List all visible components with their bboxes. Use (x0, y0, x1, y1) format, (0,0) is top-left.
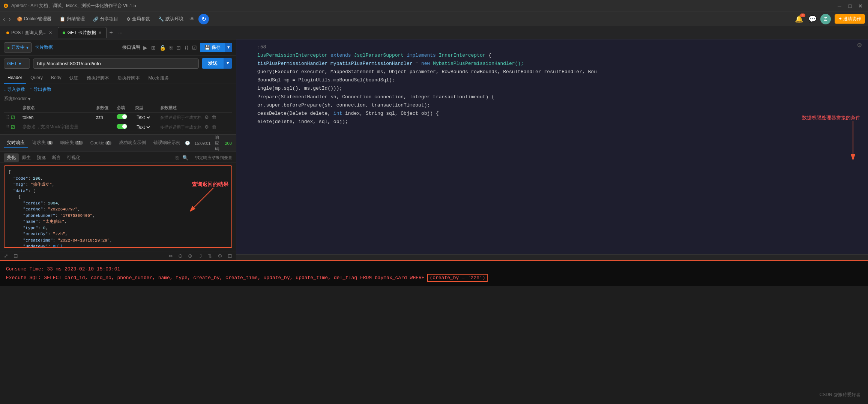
play-icon[interactable]: ▶ (143, 45, 147, 51)
avatar[interactable]: Z (820, 14, 831, 24)
share2-icon[interactable]: ⊡ (176, 45, 181, 51)
drag-handle-icon[interactable]: ⠿ (6, 115, 9, 120)
tab-close-icon[interactable]: ✕ (49, 30, 52, 35)
tab-name-label: 卡片数据 (35, 44, 53, 51)
req-tab-auth[interactable]: 认证 (66, 74, 82, 84)
col-type: 类型 (133, 104, 158, 113)
param-desc-cell[interactable]: 多描述适用于生成文档 (160, 115, 201, 120)
req-tab-mock[interactable]: Mock 服务 (144, 74, 173, 84)
required-toggle2[interactable] (117, 124, 127, 129)
nav-back-icon[interactable]: ‹ (3, 16, 5, 23)
checkbox-icon[interactable]: ☑ (192, 45, 197, 51)
share-btn[interactable]: 🔗 分享项目 (91, 15, 120, 23)
code-icon[interactable]: ⟨⟩ (185, 45, 188, 51)
constraint-label: 绑定响应结果到变量 (195, 155, 232, 161)
global-params-btn[interactable]: ⚙ 全局参数 (124, 15, 152, 23)
send-btn-group: 发送 ▾ (202, 58, 232, 69)
toolbar: ‹ › 🍪 Cookie管理器 📋 归纳管理 🔗 分享项目 ⚙ 全局参数 🔧 默… (0, 12, 868, 26)
env-dropdown[interactable]: ● 开发中 ▾ (4, 42, 32, 53)
expand-icon[interactable]: ⤢ (4, 253, 8, 259)
delete-param-icon2[interactable]: 🗑 (212, 124, 216, 130)
resp-tab-resp-fail[interactable]: 响应失11 (57, 138, 86, 148)
minimize-btn[interactable]: ─ (836, 3, 843, 9)
params-section: ↓ 导入参数 ↑ 导出参数 系统header ▾ 参数名 参数值 必填 类型 参… (0, 84, 236, 134)
view-tab-preview[interactable]: 预览 (34, 153, 49, 162)
arrows-icon[interactable]: ⇔ (168, 253, 173, 259)
cookie-manager-btn[interactable]: 🍪 Cookie管理器 (15, 15, 54, 23)
invite-btn[interactable]: ✦ 邀请协作 (835, 14, 865, 24)
tab-close-icon[interactable]: ✕ (98, 30, 102, 35)
history-btn[interactable]: 📋 归纳管理 (57, 15, 87, 23)
app-title: ApiPost - API 文档、调试、Mock、测试一体化协作平台 V6.1.… (11, 3, 836, 9)
save-dropdown-btn[interactable]: ▾ (225, 43, 232, 52)
settings-param-icon2[interactable]: ⚙ (204, 124, 209, 130)
minus-icon[interactable]: ⊖ (178, 253, 183, 259)
close-btn[interactable]: ✕ (857, 3, 864, 9)
type-select[interactable]: Text (135, 114, 151, 120)
tab-add-btn[interactable]: + (107, 29, 115, 36)
view-tab-assert[interactable]: 断言 (49, 153, 64, 162)
save-btn[interactable]: 💾 保存 (200, 43, 225, 52)
resp-tab-success-example[interactable]: 成功响应示例 (116, 138, 149, 148)
drag-handle-icon[interactable]: ⠿ (6, 125, 9, 130)
interface-btn[interactable]: 接口说明 (122, 44, 140, 51)
moon-icon[interactable]: ☽ (198, 253, 203, 259)
req-tab-post-script[interactable]: 后执行脚本 (114, 74, 144, 84)
filter-icon[interactable]: ⇅ (208, 253, 212, 259)
type-select2[interactable]: Text (135, 124, 151, 130)
copy2-icon[interactable]: ⎘ (176, 155, 179, 161)
settings-param-icon[interactable]: ⚙ (204, 114, 209, 120)
req-tab-query[interactable]: Query (27, 74, 47, 84)
resp-tab-cookie[interactable]: Cookie0 (87, 139, 114, 148)
view-tab-raw[interactable]: 原生 (19, 153, 34, 162)
copy-icon[interactable]: ⎘ (170, 45, 173, 51)
import-params-btn[interactable]: ↓ 导入参数 (4, 86, 25, 93)
method-select[interactable]: GET ▾ (4, 59, 30, 69)
export-params-btn[interactable]: ↑ 导出参数 (30, 86, 51, 93)
share3-icon[interactable]: ⊡ (228, 253, 232, 259)
eye-icon[interactable]: 👁 (189, 16, 195, 22)
url-input[interactable] (33, 59, 199, 69)
send-dropdown-btn[interactable]: ▾ (224, 58, 232, 69)
maximize-btn[interactable]: □ (846, 3, 854, 9)
status-code-label: 响应码: (215, 135, 220, 152)
delete-param-icon[interactable]: 🗑 (212, 114, 216, 120)
view-tab-visual[interactable]: 可视化 (64, 153, 83, 162)
checkbox-enabled2[interactable]: ☑ (11, 125, 15, 130)
param-desc-cell2[interactable]: 多描述适用于生成文档 (160, 125, 201, 129)
resp-tab-error-example[interactable]: 错误响应示例 (150, 138, 183, 148)
right-scrollbar[interactable] (236, 254, 868, 260)
tab-get-card[interactable]: GET 卡片数据 ✕ (58, 27, 107, 38)
resp-tab-realtime[interactable]: 实时响应 (4, 138, 28, 148)
refresh-btn[interactable]: ↻ (198, 14, 209, 24)
lock-icon[interactable]: 🔒 (159, 45, 166, 51)
plus-icon[interactable]: ⊕ (188, 253, 192, 259)
tab-post-query[interactable]: POST 查询人员... ✕ (2, 27, 57, 38)
req-tab-body[interactable]: Body (47, 74, 65, 84)
code-settings-icon[interactable]: ⚙ (857, 42, 862, 49)
required-toggle[interactable] (117, 114, 127, 119)
req-tab-pre-script[interactable]: 预执行脚本 (83, 74, 113, 84)
message-icon[interactable]: 💬 (808, 15, 817, 23)
param-value-cell2[interactable] (94, 122, 114, 132)
notification-btn[interactable]: 🔔 4 (795, 15, 803, 23)
tab-more-btn[interactable]: ··· (116, 30, 125, 36)
split-icon[interactable]: ⊟ (14, 253, 18, 259)
chevron-down-icon[interactable]: ▾ (28, 96, 30, 102)
param-value-cell[interactable]: zzh (94, 113, 114, 122)
nav-forward-icon[interactable]: › (9, 16, 11, 23)
send-btn[interactable]: 发送 (202, 58, 224, 69)
settings2-icon[interactable]: ⚙ (218, 253, 222, 259)
json-viewer[interactable]: { "code": 200, "msg": "操作成功", "data": [ … (4, 165, 232, 248)
layout-icon[interactable]: ⊞ (151, 45, 156, 51)
search-icon[interactable]: 🔍 (182, 155, 188, 161)
param-name-cell2[interactable]: 参数名，支持Mock字段变量 (20, 122, 94, 132)
param-row-token: ⠿☑ token zzh Text 多描述适用于生成文档 ⚙ 🗑 (4, 113, 232, 122)
env-btn[interactable]: 🔧 默认环境 (156, 15, 186, 23)
view-tab-beautify[interactable]: 美化 (4, 153, 19, 162)
checkbox-enabled[interactable]: ☑ (11, 115, 15, 120)
req-tab-header[interactable]: Header (4, 74, 26, 84)
resp-tab-req-fail[interactable]: 请求失6 (29, 138, 56, 148)
view-tab-icons: ⎘ 🔍 绑定响应结果到变量 (176, 155, 232, 161)
env-chevron-icon: ▾ (26, 45, 29, 50)
